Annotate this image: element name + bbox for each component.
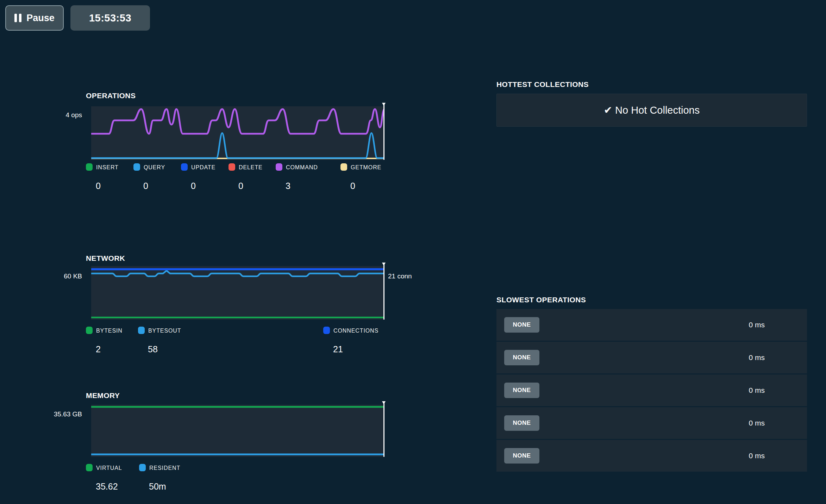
operations-chart-svg [91,106,384,160]
legend-item-bytesin: BYTESIN 2 [86,327,123,354]
legend-label: COMMAND [286,164,318,171]
legend-value: 35.62 [96,481,122,492]
memory-chart [91,405,384,457]
delete-swatch [229,163,235,171]
operation-badge: NONE [504,383,539,398]
pause-button[interactable]: Pause [5,5,64,31]
clock-time: 15:53:53 [89,12,131,24]
hottest-collections-panel: ✔ No Hot Collections [496,94,807,127]
memory-chart-svg [91,405,384,457]
network-right-axis-label: 21 conn [388,272,412,280]
network-chart [91,266,384,320]
legend-label: GETMORE [351,164,381,171]
network-time-cursor [383,263,384,320]
operations-chart [91,106,384,160]
slow-operation-row: NONE 0 ms [496,309,807,341]
memory-title: MEMORY [86,391,120,400]
slow-operation-row: NONE 0 ms [496,407,807,439]
legend-item-resident: RESIDENT 50m [139,464,180,492]
operation-badge: NONE [504,448,539,464]
legend-item-virtual: VIRTUAL 35.62 [86,464,122,492]
network-chart-svg [91,266,384,320]
legend-item-update: UPDATE 0 [181,163,215,191]
legend-label: BYTESOUT [148,328,181,334]
operations-title: OPERATIONS [86,92,136,100]
insert-swatch [86,163,93,171]
query-line-series [91,133,384,158]
performance-dashboard: Pause 15:53:53 OPERATIONS 4 ops INSERT 0… [0,0,826,504]
network-title: NETWORK [86,254,125,263]
pause-button-label: Pause [26,13,55,24]
legend-value: 3 [286,181,318,191]
operations-y-axis-label: 4 ops [39,111,82,119]
legend-item-bytesout: BYTESOUT 58 [138,327,181,354]
bytesout-line-series [91,271,384,276]
operations-time-cursor [383,103,384,160]
legend-item-query: QUERY 0 [133,163,165,191]
legend-value: 0 [350,181,381,191]
resident-swatch [139,464,146,471]
slow-operation-row: NONE 0 ms [496,374,807,406]
legend-value: 2 [96,344,123,354]
pause-icon [14,14,21,22]
legend-item-command: COMMAND 3 [276,163,318,191]
operation-badge: NONE [504,350,539,365]
operation-duration: 0 ms [749,353,765,362]
legend-label: VIRTUAL [96,465,122,471]
getmore-swatch [340,163,347,171]
legend-label: CONNECTIONS [333,328,378,334]
connections-swatch [323,327,330,334]
memory-time-cursor [383,401,384,457]
operation-duration: 0 ms [749,321,765,329]
legend-label: RESIDENT [149,465,180,471]
legend-item-connections: CONNECTIONS 21 [323,327,378,354]
legend-value: 0 [96,181,119,191]
legend-value: 0 [238,181,263,191]
operation-badge: NONE [504,415,539,431]
network-y-axis-label: 60 KB [39,272,82,280]
legend-value: 0 [143,181,165,191]
legend-label: INSERT [96,164,119,171]
memory-y-axis-label: 35.63 GB [39,410,82,418]
slow-operation-row: NONE 0 ms [496,440,807,472]
legend-item-getmore: GETMORE 0 [340,163,381,191]
operation-duration: 0 ms [749,386,765,395]
slow-operation-row: NONE 0 ms [496,342,807,373]
bytesout-swatch [138,327,145,334]
virtual-swatch [86,464,93,471]
legend-label: BYTESIN [96,328,123,334]
clock-display: 15:53:53 [70,5,150,31]
hottest-collections-title: HOTTEST COLLECTIONS [496,80,589,89]
legend-value: 50m [149,481,180,492]
slowest-operations-title: SLOWEST OPERATIONS [496,296,586,304]
legend-label: QUERY [144,164,165,171]
command-line-series [91,109,384,134]
operation-duration: 0 ms [749,452,765,460]
legend-item-insert: INSERT 0 [86,163,119,191]
operation-badge: NONE [504,317,539,333]
no-hot-collections-message: ✔ No Hot Collections [604,104,700,116]
operation-duration: 0 ms [749,419,765,427]
legend-label: UPDATE [191,164,215,171]
legend-label: DELETE [239,164,263,171]
legend-value: 58 [148,344,181,354]
legend-value: 21 [333,344,378,354]
slowest-operations-list: NONE 0 ms NONE 0 ms NONE 0 ms NONE 0 ms … [496,309,807,472]
command-swatch [276,163,282,171]
legend-value: 0 [191,181,215,191]
legend-item-delete: DELETE 0 [229,163,263,191]
bytesin-swatch [86,327,93,334]
query-swatch [133,163,140,171]
update-swatch [181,163,188,171]
